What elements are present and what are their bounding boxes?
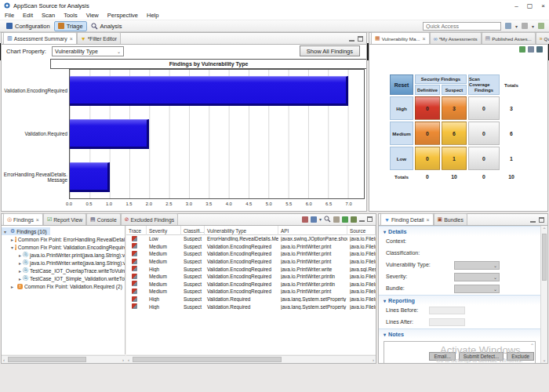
close-button[interactable]: × (541, 2, 545, 9)
close-assessment-icon[interactable] (536, 46, 543, 53)
menu-edit[interactable]: Edit (23, 12, 33, 19)
menu-scan[interactable]: Scan (42, 12, 55, 19)
findings-panel-minimize-icon[interactable] (359, 216, 365, 222)
table-view-icon[interactable] (342, 216, 348, 223)
open-assessment-icon[interactable] (528, 46, 534, 53)
tree-expander-icon[interactable]: ▸ (19, 276, 21, 281)
matrix-medium-suspect-cell[interactable]: 6 (442, 122, 467, 145)
matrix-high-definitive-cell[interactable]: 0 (415, 96, 440, 120)
detail-panel-maximize-icon[interactable] (539, 217, 544, 223)
col-source[interactable]: Source (347, 226, 376, 235)
findings-panel-maximize-icon[interactable] (367, 216, 373, 222)
open-perspective-icon[interactable] (505, 23, 511, 29)
tree-expander-icon[interactable]: ▸ (19, 252, 21, 258)
col-severity[interactable]: Severity (147, 226, 181, 235)
tree-expander-icon[interactable]: ▸ (19, 268, 21, 274)
detail-vertical-scrollbar[interactable]: ⌃ ⌄ (540, 226, 547, 363)
menu-help[interactable]: Help (147, 12, 158, 19)
menu-file[interactable]: File (5, 12, 14, 19)
details-section-header[interactable]: ▾ Details (379, 226, 540, 236)
trace-icon[interactable] (132, 259, 137, 264)
finding-row[interactable]: HighSuspectValidation.EncodingRequiredja… (126, 265, 376, 273)
finding-row[interactable]: HighSuspectValidation.Requiredjava.lang.… (126, 296, 376, 303)
maximize-button[interactable]: ▢ (527, 2, 533, 9)
show-all-findings-button[interactable]: Show All Findings (300, 45, 360, 56)
quick-access-input[interactable] (423, 22, 501, 31)
tree-expander-icon[interactable]: ▸ (11, 284, 16, 289)
severity-select[interactable]: ⌄ (454, 273, 500, 281)
tab-filter-editor[interactable]: ▼ *Filter Editor (77, 32, 121, 44)
scrollbar-thumb[interactable] (8, 357, 86, 362)
chart-property-select[interactable]: Vulnerability Type ⌄ (52, 46, 124, 56)
matrix-low-definitive-cell[interactable]: 0 (415, 147, 440, 170)
table-horizontal-scrollbar[interactable]: ‹ › (126, 355, 376, 363)
tree-horizontal-scrollbar[interactable]: ‹ › (2, 355, 125, 363)
tree-item-findings-root[interactable]: ▾ ⚙ Findings (10) (2, 227, 50, 235)
trace-icon[interactable] (132, 266, 137, 271)
matrix-reset-button[interactable]: Reset (390, 74, 413, 95)
section-collapse-icon[interactable]: ▾ (384, 298, 386, 303)
finding-row[interactable]: MediumSuspectValidation.EncodingRequired… (126, 258, 376, 266)
configuration-perspective-button[interactable]: Configuration (2, 21, 54, 31)
reporting-section-header[interactable]: ▾ Reporting (379, 295, 540, 305)
finding-row[interactable]: LowSuspectErrorHandling.RevealDetails.Me… (126, 235, 376, 243)
notes-scroll-up-icon[interactable]: ⌃ (530, 343, 534, 348)
tab-vulnerability-matrix[interactable]: ▦ Vulnerability Ma... × (371, 32, 430, 44)
finding-row[interactable]: MediumSuspectValidation.EncodingRequired… (126, 281, 376, 289)
trace-icon[interactable] (132, 251, 137, 256)
tab-finding-detail-close-icon[interactable]: × (427, 217, 430, 223)
tree-item-api-print[interactable]: ▸ ⓐ java.io.PrintWriter.print(java.lang.… (2, 251, 125, 259)
col-classification[interactable]: Classifi... (181, 226, 205, 235)
tree-expander-icon[interactable]: ▸ (11, 237, 13, 242)
analysis-perspective-button[interactable]: Analysis (87, 21, 126, 31)
trace-icon[interactable] (132, 274, 137, 279)
menu-view[interactable]: View (86, 12, 99, 19)
email-button[interactable]: Email... (429, 352, 455, 361)
matrix-high-coverage-cell[interactable]: 0 (468, 96, 500, 120)
table-settings-icon[interactable] (351, 216, 357, 223)
trace-icon[interactable] (132, 281, 137, 286)
trace-icon[interactable] (132, 236, 137, 241)
tab-finding-detail[interactable]: ▼ Finding Detail × (380, 213, 434, 225)
tab-vulnerability-matrix-close-icon[interactable]: × (423, 36, 426, 42)
finding-row[interactable]: MediumSuspectValidation.EncodingRequired… (126, 243, 376, 251)
tab-report-view[interactable]: ☑ Report View (43, 213, 86, 225)
perspective-switcher-caret-icon[interactable]: ▾ (532, 24, 534, 29)
panel-maximize-icon[interactable] (358, 36, 363, 42)
triage-perspective-button[interactable]: Triage (54, 21, 87, 31)
matrix-medium-coverage-cell[interactable]: 0 (468, 122, 500, 145)
submit-defect-button[interactable]: Submit Defect... (459, 352, 504, 361)
tab-bundles[interactable]: ▣ Bundles (434, 213, 467, 225)
matrix-medium-definitive-cell[interactable]: 0 (415, 122, 440, 145)
tab-findings[interactable]: ◎ Findings × (3, 213, 43, 225)
finding-row[interactable]: MediumSuspectValidation.EncodingRequired… (126, 288, 376, 296)
scroll-right-icon[interactable]: › (122, 356, 124, 364)
tab-excluded-findings[interactable]: ⊘ Excluded Findings (121, 213, 178, 225)
trace-icon[interactable] (132, 289, 137, 294)
tab-quality-metrics[interactable]: » Quality Metrics (536, 32, 549, 44)
matrix-high-suspect-cell[interactable]: 3 (442, 96, 467, 120)
finding-row[interactable]: MediumSuspectValidation.EncodingRequired… (126, 273, 376, 281)
tree-expander-icon[interactable]: ▸ (19, 260, 21, 266)
exclude-button[interactable]: Exclude (507, 352, 534, 361)
tree-item-fixpoint-encodingrequired[interactable]: ▾ ! Common Fix Point: Validation.Encodin… (2, 243, 125, 251)
tree-item-fixpoint-errorhandling[interactable]: ▸ ! Common Fix Point: ErrorHandling.Reve… (2, 235, 125, 243)
tab-assessment-summary[interactable]: ▥ Assessment Summary × (3, 32, 77, 44)
tree-expander-icon[interactable]: ▾ (11, 245, 13, 250)
other-toolbar-icon[interactable] (538, 23, 544, 29)
search-findings-icon[interactable] (324, 216, 331, 223)
finding-row[interactable]: MediumSuspectValidation.EncodingRequired… (126, 250, 376, 258)
save-assessment-icon[interactable] (519, 46, 525, 53)
vulnerability-type-select[interactable]: ⌄ (454, 261, 500, 270)
open-perspective-caret-icon[interactable]: ▾ (515, 24, 518, 29)
trace-icon[interactable] (132, 296, 137, 302)
findings-history-caret-icon[interactable]: ▾ (319, 216, 322, 222)
scrollbar-thumb[interactable] (133, 357, 282, 362)
tree-item-api-write[interactable]: ▸ ⓐ java.io.PrintWriter.write(java.lang.… (2, 259, 125, 267)
tab-assessment-summary-close-icon[interactable]: × (70, 36, 73, 42)
scroll-down-icon[interactable]: ⌄ (541, 357, 547, 362)
scroll-up-icon[interactable]: ⌃ (541, 227, 547, 232)
finding-row[interactable]: HighSuspectValidation.Requiredjava.lang.… (126, 303, 376, 310)
menu-tools[interactable]: Tools (64, 12, 78, 19)
scroll-left-icon[interactable]: ‹ (3, 356, 5, 364)
